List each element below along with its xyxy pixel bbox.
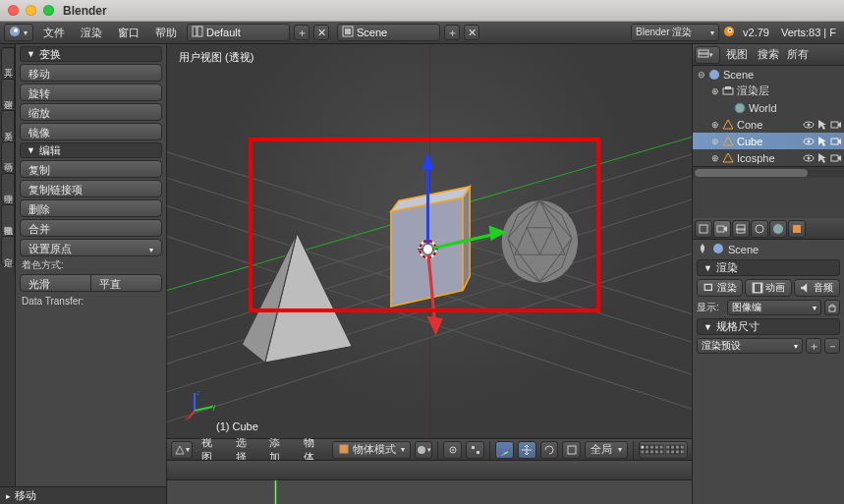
manipulator-translate[interactable]: [518, 441, 536, 459]
renderable-camera-icon[interactable]: [830, 152, 842, 164]
svg-rect-63: [650, 445, 654, 449]
prop-editor-type[interactable]: [695, 220, 712, 238]
dimensions-panel-header[interactable]: ▼规格尺寸: [697, 318, 840, 335]
renderable-camera-icon[interactable]: [830, 136, 842, 147]
close-window-button[interactable]: [8, 5, 19, 16]
svg-rect-56: [477, 451, 479, 454]
outliner-menu-all[interactable]: 所有: [785, 45, 811, 64]
lock-ui-button[interactable]: [824, 300, 840, 315]
outliner-tree[interactable]: ⊖ Scene ⊕ 渲染层 World ⊕ Cone: [693, 66, 844, 218]
scene-selector[interactable]: [337, 24, 440, 41]
prop-tab-scene[interactable]: [751, 220, 768, 238]
selectable-cursor-icon[interactable]: [816, 119, 828, 131]
interaction-mode-dropdown[interactable]: 物体模式 ▾: [332, 441, 410, 459]
preset-add-button[interactable]: ＋: [806, 338, 821, 354]
render-anim-button[interactable]: 动画: [745, 279, 791, 297]
duplicate-linked-button[interactable]: 复制链接项: [20, 180, 162, 197]
scene-remove-button[interactable]: ✕: [464, 25, 479, 40]
svg-rect-95: [700, 225, 707, 233]
outliner-row-icosphere[interactable]: ⊕ Icosphe: [693, 149, 844, 166]
selectable-cursor-icon[interactable]: [816, 136, 828, 147]
last-operator-panel[interactable]: ▸移动: [0, 486, 166, 504]
outliner-row-scene[interactable]: ⊖ Scene: [693, 66, 844, 83]
render-panel-header[interactable]: ▼渲染: [697, 259, 840, 276]
join-button[interactable]: 合并: [20, 219, 162, 237]
editor-type-selector[interactable]: ▾: [4, 24, 33, 41]
prop-tab-object[interactable]: [788, 220, 806, 238]
outliner-editor-type[interactable]: ▾: [695, 46, 720, 64]
manipulator-scale[interactable]: [562, 441, 581, 459]
timeline-cursor[interactable]: [275, 480, 276, 504]
layout-remove-button[interactable]: ✕: [313, 25, 329, 40]
layout-add-button[interactable]: ＋: [294, 25, 309, 40]
3d-viewport[interactable]: 用户视图 (透视): [167, 44, 692, 438]
outliner-row-cube[interactable]: ⊕ Cube: [693, 133, 844, 149]
render-engine-selector[interactable]: Blender 渲染 ▾: [631, 24, 719, 41]
toolshelf-tab-grease[interactable]: 抓取拖动: [1, 204, 15, 234]
transform-panel-header[interactable]: ▼变换: [20, 46, 162, 62]
prop-tab-render[interactable]: [713, 220, 731, 238]
render-audio-button[interactable]: 音频: [794, 279, 840, 297]
svg-text:x: x: [185, 415, 189, 420]
shade-smooth-button[interactable]: 光滑: [20, 274, 91, 292]
manipulator-toggle[interactable]: [495, 441, 514, 459]
move-button[interactable]: 移动: [20, 64, 162, 82]
transform-orientation-dropdown[interactable]: 全局▾: [585, 441, 628, 459]
screen-layout-name[interactable]: [206, 27, 285, 38]
viewport-shading-button[interactable]: ▾: [415, 441, 433, 459]
outliner-menu-view[interactable]: 视图: [722, 45, 752, 64]
shade-flat-button[interactable]: 平直: [91, 274, 162, 292]
render-button[interactable]: 渲染: [697, 279, 743, 297]
prop-tab-world[interactable]: [769, 220, 787, 238]
edit-panel-header[interactable]: ▼编辑: [20, 142, 162, 158]
pin-icon[interactable]: [697, 243, 708, 256]
toolshelf-tab-physics[interactable]: 物理: [1, 173, 15, 202]
scale-button[interactable]: 缩放: [20, 103, 162, 121]
toolshelf-tab-create[interactable]: 创建: [1, 79, 15, 108]
toolshelf-tab-tools[interactable]: 工具: [1, 47, 15, 77]
viewport-editor-type[interactable]: ▾: [171, 441, 193, 459]
renderable-camera-icon[interactable]: [830, 119, 842, 131]
duplicate-button[interactable]: 复制: [20, 160, 162, 178]
screen-layout-selector[interactable]: [187, 24, 290, 41]
render-preset-dropdown[interactable]: 渲染预设▾: [697, 338, 803, 354]
layers-block[interactable]: [639, 441, 688, 459]
outliner-menu-search[interactable]: 搜索: [754, 45, 783, 64]
pivot-align-button[interactable]: [466, 441, 484, 459]
selectable-cursor-icon[interactable]: [816, 152, 828, 164]
svg-point-102: [713, 244, 723, 253]
manipulator-rotate[interactable]: [540, 441, 559, 459]
menu-render[interactable]: 渲染: [75, 23, 108, 43]
mirror-button[interactable]: 镜像: [20, 123, 162, 140]
display-mode-dropdown[interactable]: 图像编▾: [727, 300, 821, 315]
toolshelf-tab-anim[interactable]: 动画: [1, 141, 15, 171]
prop-tab-renderlayers[interactable]: [732, 220, 750, 238]
menu-window[interactable]: 窗口: [112, 23, 145, 43]
scene-name[interactable]: [357, 27, 435, 38]
layout-icon: [192, 26, 203, 39]
visibility-eye-icon[interactable]: [803, 136, 815, 147]
outliner-row-renderlayers[interactable]: ⊕ 渲染层: [693, 83, 844, 99]
timeline-editor[interactable]: [167, 460, 692, 504]
visibility-eye-icon[interactable]: [803, 152, 815, 164]
delete-button[interactable]: 删除: [20, 199, 162, 217]
toolshelf-tab-custom[interactable]: 自定: [1, 236, 15, 265]
pivot-point-button[interactable]: [443, 441, 462, 459]
menu-file[interactable]: 文件: [37, 23, 71, 43]
rotate-button[interactable]: 旋转: [20, 84, 162, 101]
menu-help[interactable]: 帮助: [149, 23, 183, 43]
stats-label: Verts:83 | F: [777, 27, 840, 38]
render-engine-label: Blender 渲染: [636, 26, 692, 39]
zoom-window-button[interactable]: [43, 5, 54, 16]
minimize-window-button[interactable]: [26, 5, 36, 16]
set-origin-dropdown[interactable]: 设置原点: [20, 239, 162, 256]
visibility-eye-icon[interactable]: [803, 119, 815, 131]
outliner-row-cone[interactable]: ⊕ Cone: [693, 116, 844, 133]
svg-rect-51: [340, 445, 348, 453]
outliner-row-world[interactable]: World: [693, 99, 844, 116]
outliner-header: ▾ 视图 搜索 所有: [693, 44, 844, 66]
preset-remove-button[interactable]: －: [824, 338, 840, 354]
outliner-hscrollbar[interactable]: [693, 166, 844, 178]
toolshelf-tab-relations[interactable]: 关系: [1, 110, 15, 140]
scene-add-button[interactable]: ＋: [444, 25, 460, 40]
